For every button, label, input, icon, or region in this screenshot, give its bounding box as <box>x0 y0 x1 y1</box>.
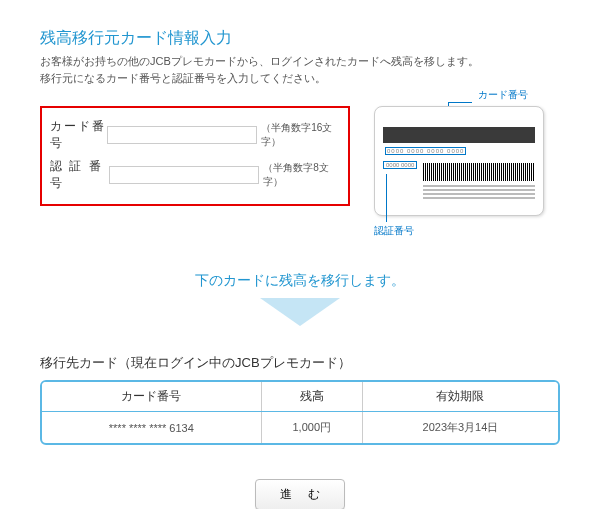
transfer-direction-text: 下のカードに残高を移行します。 <box>40 272 560 290</box>
desc-line1: お客様がお持ちの他のJCBプレモカードから、ログインされたカードへ残高を移します… <box>40 55 479 67</box>
card-number-hint: （半角数字16文字） <box>261 121 340 149</box>
destination-card-title: 移行先カード（現在ログイン中のJCBプレモカード） <box>40 354 560 372</box>
callout-auth-number: 認証番号 <box>374 224 414 238</box>
destination-card-table: カード番号 残高 有効期限 **** **** **** 6134 1,000円… <box>40 380 560 445</box>
col-expiry: 有効期限 <box>362 382 558 412</box>
sample-card-number: 0000 0000 0000 0000 <box>385 147 466 155</box>
table-row: **** **** **** 6134 1,000円 2023年3月14日 <box>42 412 558 444</box>
callout-card-number: カード番号 <box>478 88 528 102</box>
card-illustration-area: カード番号 0000 0000 0000 0000 0000 0000 認証番号 <box>358 106 558 216</box>
col-card-number: カード番号 <box>42 382 261 412</box>
auth-number-hint: （半角数字8文字） <box>263 161 340 189</box>
cell-balance: 1,000円 <box>261 412 362 444</box>
desc-line2: 移行元になるカード番号と認証番号を入力してください。 <box>40 72 326 84</box>
magnetic-stripe <box>383 127 535 143</box>
card-back-illustration: 0000 0000 0000 0000 0000 0000 <box>374 106 544 216</box>
col-balance: 残高 <box>261 382 362 412</box>
card-fine-print <box>423 185 535 201</box>
source-card-input-box: カード番号 （半角数字16文字） 認 証 番 号 （半角数字8文字） <box>40 106 350 206</box>
barcode-icon <box>423 163 535 181</box>
auth-number-input[interactable] <box>109 166 259 184</box>
auth-number-label: 認 証 番 号 <box>50 158 109 192</box>
sample-auth-number: 0000 0000 <box>383 161 417 169</box>
cell-expiry: 2023年3月14日 <box>362 412 558 444</box>
card-number-input[interactable] <box>107 126 257 144</box>
down-arrow-icon <box>260 298 340 326</box>
cell-card-number: **** **** **** 6134 <box>42 412 261 444</box>
page-description: お客様がお持ちの他のJCBプレモカードから、ログインされたカードへ残高を移します… <box>40 53 560 86</box>
page-title: 残高移行元カード情報入力 <box>40 28 560 49</box>
card-number-label: カード番号 <box>50 118 107 152</box>
proceed-button[interactable]: 進 む <box>255 479 344 509</box>
